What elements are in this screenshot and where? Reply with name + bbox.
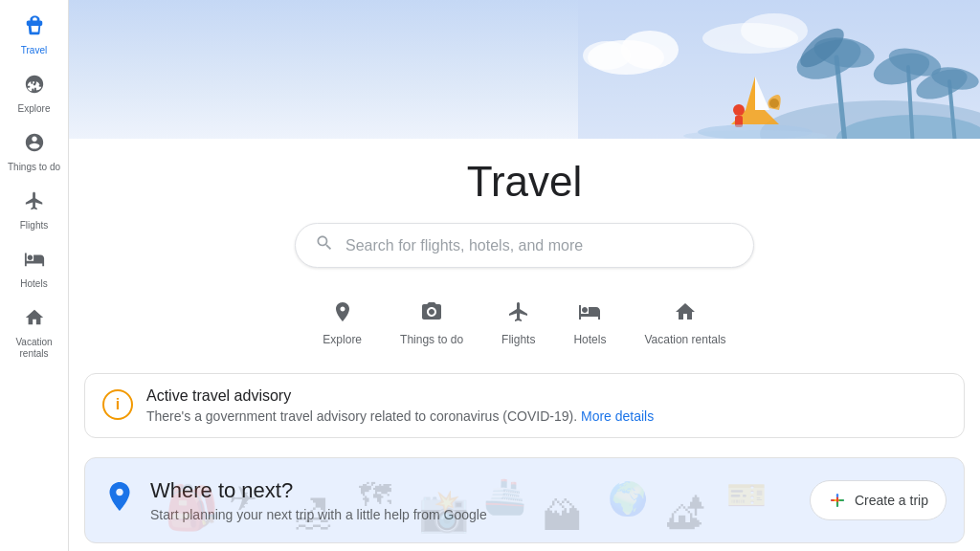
- svg-text:🌍: 🌍: [608, 479, 649, 518]
- where-next-bg-illustration: 🎒 ✈ 🏖 🗺 📸 🚢 🏔 🌍 🏕 🎫: [143, 458, 791, 542]
- search-icon: [315, 233, 334, 257]
- vacation-rentals-icon: [24, 307, 45, 334]
- sidebar-item-label-flights: Flights: [20, 220, 48, 231]
- create-trip-label: Create a trip: [855, 493, 928, 508]
- svg-point-16: [583, 41, 631, 70]
- explore-icon: [24, 74, 45, 100]
- sidebar-item-label-hotels: Hotels: [20, 278, 47, 290]
- advisory-title: Active travel advisory: [146, 387, 654, 405]
- svg-text:🗺: 🗺: [359, 476, 391, 513]
- create-trip-plus-icon: [828, 491, 847, 510]
- category-things-icon: [420, 300, 443, 329]
- categories-bar: Explore Things to do Flights Hotels: [69, 277, 980, 362]
- search-bar[interactable]: Search for flights, hotels, and more: [295, 223, 754, 268]
- sidebar-item-flights[interactable]: Flights: [0, 183, 68, 239]
- sidebar-item-travel[interactable]: Travel: [0, 8, 68, 64]
- category-hotels-label: Hotels: [573, 333, 606, 346]
- svg-text:🏔: 🏔: [543, 495, 582, 539]
- svg-point-0: [33, 83, 35, 86]
- svg-text:🏖: 🏖: [294, 492, 333, 536]
- category-vacation-label: Vacation rentals: [644, 333, 725, 346]
- hero-illustration: [578, 0, 980, 139]
- page-title: Travel: [467, 158, 583, 206]
- svg-point-18: [741, 13, 808, 48]
- sidebar-item-label-vacation-rentals: Vacation rentals: [4, 337, 64, 360]
- svg-text:🚢: 🚢: [483, 475, 527, 517]
- advisory-card: i Active travel advisory There's a gover…: [84, 373, 965, 438]
- search-placeholder: Search for flights, hotels, and more: [345, 237, 583, 254]
- svg-point-22: [733, 104, 745, 116]
- sidebar-item-label-travel: Travel: [21, 45, 47, 56]
- category-vacation-rentals[interactable]: Vacation rentals: [625, 293, 745, 354]
- category-explore-icon: [331, 300, 354, 329]
- category-explore[interactable]: Explore: [303, 293, 381, 354]
- svg-text:📸: 📸: [418, 487, 470, 536]
- category-explore-label: Explore: [323, 333, 362, 346]
- location-pin-icon: [102, 479, 137, 522]
- svg-point-15: [621, 31, 679, 69]
- category-flights[interactable]: Flights: [482, 293, 554, 354]
- category-things-to-do[interactable]: Things to do: [381, 293, 482, 354]
- advisory-more-details-link[interactable]: More details: [581, 408, 654, 424]
- advisory-content: Active travel advisory There's a governm…: [146, 387, 654, 424]
- title-section: Travel Search for flights, hotels, and m…: [69, 139, 980, 277]
- hotels-icon: [24, 249, 45, 276]
- sidebar: Travel Explore Things to do Flights Hote…: [0, 0, 69, 551]
- category-flights-icon: [507, 300, 530, 329]
- things-to-do-icon: [24, 132, 45, 159]
- category-vacation-icon: [674, 300, 697, 329]
- main-content: Travel Search for flights, hotels, and m…: [69, 0, 980, 551]
- svg-text:🎫: 🎫: [726, 475, 768, 515]
- svg-text:🏕: 🏕: [667, 494, 704, 535]
- category-hotels-icon: [578, 300, 601, 329]
- hero-banner: [69, 0, 980, 139]
- category-things-label: Things to do: [400, 333, 463, 346]
- advisory-text: There's a government travel advisory rel…: [146, 408, 654, 424]
- flights-icon: [24, 190, 45, 217]
- category-flights-label: Flights: [501, 333, 535, 346]
- sidebar-item-explore[interactable]: Explore: [0, 66, 68, 122]
- create-trip-button[interactable]: Create a trip: [810, 480, 947, 520]
- sidebar-item-label-things-to-do: Things to do: [8, 162, 60, 173]
- sidebar-item-vacation-rentals[interactable]: Vacation rentals: [0, 299, 68, 367]
- travel-icon: [24, 15, 45, 42]
- advisory-icon: i: [102, 389, 133, 420]
- where-next-card: 🎒 ✈ 🏖 🗺 📸 🚢 🏔 🌍 🏕 🎫 Where to next? Start…: [84, 457, 965, 543]
- sidebar-item-hotels[interactable]: Hotels: [0, 241, 68, 298]
- svg-text:🎒: 🎒: [165, 482, 219, 534]
- sidebar-item-label-explore: Explore: [18, 103, 51, 115]
- sidebar-item-things-to-do[interactable]: Things to do: [0, 124, 68, 181]
- category-hotels[interactable]: Hotels: [554, 293, 625, 354]
- svg-text:✈: ✈: [229, 479, 257, 518]
